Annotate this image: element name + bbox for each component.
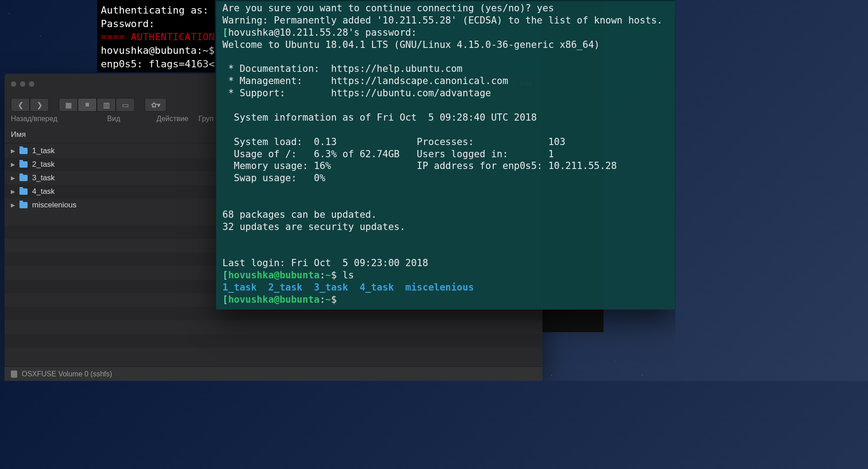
view-gallery-button[interactable]: ▭	[116, 98, 135, 112]
term-line: Usage of /: 6.3% of 62.74GB Users logged…	[222, 149, 554, 159]
chevron-right-icon[interactable]: ▶	[11, 175, 15, 181]
term-line: Warning: Permanently added '10.211.55.28…	[222, 15, 663, 26]
term-line: Swap usage: 0%	[222, 173, 326, 183]
term-line: Welcome to Ubuntu 18.04.1 LTS (GNU/Linux…	[222, 39, 599, 50]
chevron-right-icon[interactable]: ▶	[11, 188, 15, 195]
bg-line: Authenticating as:	[101, 5, 208, 16]
term-line: System load: 0.13 Processes: 103	[222, 136, 566, 147]
file-name: 1_task	[32, 146, 55, 155]
view-label: Вид	[81, 115, 146, 123]
view-columns-button[interactable]: ▥	[97, 98, 116, 112]
status-text: OSXFUSE Volume 0 (sshfs)	[22, 370, 112, 378]
chevron-right-icon[interactable]: ▶	[11, 161, 15, 168]
term-line: * Management: https://landscape.canonica…	[222, 75, 508, 86]
action-label: Действие	[146, 115, 198, 123]
term-line: System information as of Fri Oct 5 09:28…	[222, 112, 537, 123]
nav-group: ❮ ❯	[11, 98, 49, 112]
file-name: miscelenious	[32, 201, 76, 210]
prompt-path: ~	[326, 294, 331, 305]
ls-output: 1_task 2_task 3_task 4_task miscelenious	[222, 282, 474, 293]
folder-icon	[19, 161, 28, 168]
term-line: hovushka@10.211.55.28's password:	[228, 27, 417, 38]
chevron-right-icon[interactable]: ▶	[11, 148, 15, 154]
term-line: Memory usage: 16% IP address for enp0s5:…	[222, 160, 617, 171]
chevron-right-icon[interactable]: ▶	[11, 202, 15, 208]
finder-statusbar: OSXFUSE Volume 0 (sshfs)	[5, 366, 542, 381]
bg-line-auth: ==== AUTHENTICATION	[101, 31, 215, 42]
bg-line: enp0s5: flags=4163<	[101, 58, 215, 70]
term-line: 32 updates are security updates.	[222, 221, 406, 232]
prompt-user: hovushka@bubunta	[228, 270, 320, 281]
folder-icon	[19, 175, 28, 181]
term-line: * Support: https://ubuntu.com/advantage	[222, 88, 491, 98]
view-list-button[interactable]: ≡	[78, 98, 97, 112]
bg-line: hovushka@bubunta:~$	[101, 45, 215, 56]
group-label: Груп	[198, 115, 213, 123]
term-line: 68 packages can be updated.	[222, 209, 377, 220]
bg-line: Password:	[101, 18, 155, 29]
view-group: ▦ ≡ ▥ ▭	[59, 98, 135, 112]
folder-icon	[19, 148, 28, 154]
term-line: * Documentation: https://help.ubuntu.com	[222, 63, 462, 74]
prompt-cmd: ls	[343, 270, 354, 281]
term-bracket: [	[222, 270, 228, 281]
prompt-user: hovushka@bubunta	[228, 294, 320, 305]
term-bracket: [	[222, 27, 228, 38]
term-bracket: [	[222, 294, 228, 305]
prompt-sep: :	[320, 294, 326, 305]
nav-label: Назад/вперед	[11, 115, 81, 123]
volume-icon	[11, 371, 17, 378]
folder-icon	[19, 202, 28, 208]
back-button[interactable]: ❮	[11, 98, 30, 112]
action-menu-button[interactable]: ✿▾	[145, 98, 166, 112]
background-terminal: Authenticating as: Password: ==== AUTHEN…	[97, 0, 215, 72]
prompt-dollar: $	[331, 270, 342, 281]
prompt-dollar: $	[331, 294, 342, 305]
term-line: Last login: Fri Oct 5 09:23:00 2018	[222, 258, 428, 268]
minimize-icon[interactable]	[20, 81, 25, 87]
forward-button[interactable]: ❯	[30, 98, 49, 112]
view-icons-button[interactable]: ▦	[59, 98, 78, 112]
file-name: 3_task	[32, 174, 55, 183]
file-name: 4_task	[32, 187, 55, 196]
zoom-icon[interactable]	[29, 81, 34, 87]
prompt-path: ~	[326, 270, 331, 281]
term-line: Are you sure you want to continue connec…	[222, 3, 554, 14]
prompt-sep: :	[320, 270, 326, 281]
close-icon[interactable]	[11, 81, 16, 87]
folder-icon	[19, 188, 28, 195]
file-name: 2_task	[32, 160, 55, 169]
ssh-terminal[interactable]: Are you sure you want to continue connec…	[216, 0, 675, 310]
